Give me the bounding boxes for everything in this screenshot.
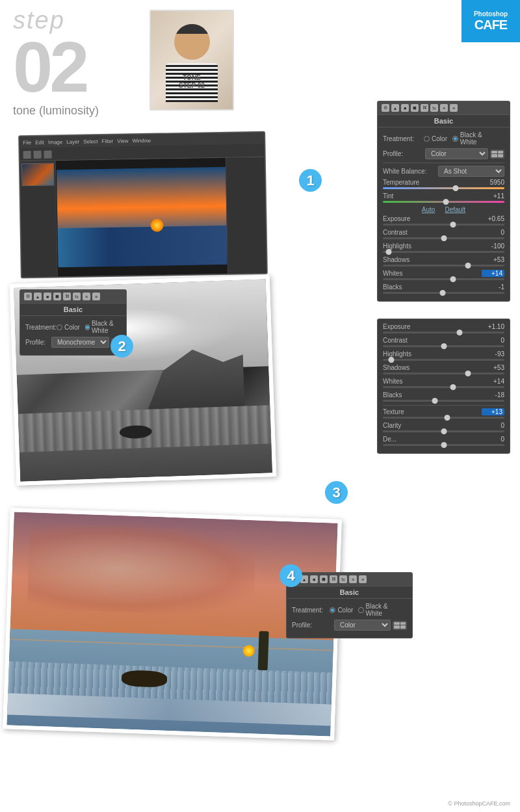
blacks-value: -1: [482, 283, 504, 291]
p3-texture-value: +13: [482, 408, 504, 415]
p3-exposure-track[interactable]: [383, 332, 504, 334]
toolbar-icon-6: fx: [430, 104, 438, 112]
treatment-row: Treatment: Color Black & White: [383, 131, 504, 146]
panel-2-toolbar: ⚙ ▲ ■ ◼ ⌘ fx ≡ ≡: [20, 290, 126, 304]
p3-clarity-thumb[interactable]: [441, 428, 447, 434]
p4-grid-icon[interactable]: [393, 621, 407, 630]
contrast-thumb[interactable]: [441, 235, 447, 241]
p3-contrast-label: Contrast: [383, 337, 408, 344]
p4-treatment-label: Treatment:: [292, 607, 330, 614]
sunset-clouds: [27, 523, 257, 616]
p3-dehaze-thumb[interactable]: [441, 442, 447, 448]
p2-bw-radio-dot[interactable]: [85, 324, 90, 330]
p2-color-radio[interactable]: Color: [57, 324, 80, 331]
ps-menu-edit: Edit: [35, 139, 44, 145]
shadows-label: Shadows: [383, 256, 410, 263]
contrast-track[interactable]: [383, 237, 504, 239]
highlights-track[interactable]: [383, 251, 504, 253]
grid-icon[interactable]: [490, 150, 504, 159]
p3-blacks-track[interactable]: [383, 400, 504, 402]
whites-track[interactable]: [383, 278, 504, 280]
p4-bw-radio[interactable]: Black & White: [358, 603, 402, 617]
p3-shadows-row: Shadows +53: [383, 364, 504, 374]
p3-exposure-thumb[interactable]: [456, 330, 462, 335]
auto-link[interactable]: Auto: [422, 206, 436, 213]
blacks-row: Blacks -1: [383, 283, 504, 294]
bw-radio[interactable]: Black & White: [452, 131, 499, 146]
p3-clarity-track[interactable]: [383, 430, 504, 432]
p4-profile-label: Profile:: [292, 622, 334, 629]
p3-highlights-track[interactable]: [383, 359, 504, 361]
ps-menu-file: File: [23, 139, 31, 145]
p2-toolbar-icon-8: ≡: [92, 293, 100, 300]
ps-tool-1: [23, 150, 31, 158]
blacks-thumb[interactable]: [439, 290, 445, 296]
p4-treatment-row: Treatment: Color Black & White: [292, 603, 407, 617]
p3-whites-thumb[interactable]: [450, 384, 456, 390]
p3-exposure-value: +1.10: [482, 323, 504, 330]
exposure-thumb[interactable]: [450, 222, 456, 228]
panel-4-lightroom: ⚙ ▲ ■ ◼ ⌘ fx ≡ ≡ Basic Treatment: Color …: [286, 572, 413, 638]
temperature-track[interactable]: [383, 187, 504, 189]
wb-select[interactable]: As Shot: [438, 166, 504, 177]
p2-profile-select[interactable]: Monochrome: [51, 337, 109, 348]
p4-color-radio[interactable]: Color: [330, 607, 353, 614]
exposure-track[interactable]: [383, 224, 504, 226]
p2-profile-row: Profile: Monochrome: [25, 337, 121, 348]
highlights-thumb[interactable]: [386, 249, 392, 255]
p3-blacks-thumb[interactable]: [432, 398, 438, 404]
bw-radio-dot[interactable]: [452, 136, 458, 142]
p3-shadows-thumb[interactable]: [465, 371, 471, 376]
toolbar-icon-2: ▲: [391, 104, 399, 112]
badge-4: 4: [280, 564, 302, 587]
shadows-track[interactable]: [383, 265, 504, 267]
p2-color-radio-dot[interactable]: [57, 324, 62, 330]
p3-shadows-label: Shadows: [383, 364, 410, 371]
p3-texture-track[interactable]: [383, 417, 504, 419]
color-radio[interactable]: Color: [424, 135, 447, 142]
exposure-row: Exposure +0.65: [383, 215, 504, 226]
p3-whites-track[interactable]: [383, 386, 504, 388]
p3-exposure-row: Exposure +1.10: [383, 323, 504, 334]
ps-main-image: [57, 167, 228, 268]
p4-color-option: Color: [337, 607, 353, 614]
blacks-track[interactable]: [383, 292, 504, 294]
contrast-value: 0: [482, 229, 504, 236]
p2-toolbar-icon-7: ≡: [83, 293, 90, 300]
whites-thumb[interactable]: [450, 276, 456, 282]
highlights-row: Highlights -100: [383, 242, 504, 253]
color-radio-dot[interactable]: [424, 136, 430, 142]
badge-1: 1: [299, 169, 322, 192]
temperature-row: Temperature 5950: [383, 179, 504, 189]
shadows-thumb[interactable]: [465, 263, 471, 268]
p3-contrast-track[interactable]: [383, 345, 504, 347]
default-link[interactable]: Default: [445, 206, 465, 213]
tint-label: Tint: [383, 192, 393, 200]
p3-dehaze-track[interactable]: [383, 444, 504, 446]
tint-thumb[interactable]: [443, 199, 449, 205]
p4-bw-radio-dot[interactable]: [358, 607, 363, 613]
logo-cafe-text: CAFE: [474, 18, 507, 33]
logo-photoshop-text: Photoshop: [474, 10, 508, 18]
p4-profile-row: Profile: Color: [292, 620, 407, 631]
toolbar-icon-4: ◼: [411, 104, 419, 112]
portrait-cap: [174, 24, 210, 34]
p3-contrast-thumb[interactable]: [441, 343, 447, 349]
panel-1-content: Treatment: Color Black & White Profile: …: [378, 127, 510, 301]
profile-select[interactable]: Color: [425, 148, 488, 159]
p3-clarity-value: 0: [482, 422, 504, 429]
tint-track[interactable]: [383, 201, 504, 203]
p3-shadows-track[interactable]: [383, 373, 504, 374]
panel-1-title: Basic: [378, 115, 510, 127]
footer-text: © PhotoshopCAFE.com: [448, 800, 510, 807]
ps-canvas: [56, 158, 228, 277]
p4-color-radio-dot[interactable]: [330, 607, 335, 613]
p2-bw-radio[interactable]: Black & White: [85, 320, 116, 334]
p3-texture-thumb[interactable]: [445, 415, 450, 421]
logo-area: Photoshop CAFE: [462, 0, 520, 42]
wb-row: White Balance: As Shot: [383, 166, 504, 177]
temperature-thumb[interactable]: [453, 185, 459, 191]
p4-profile-select[interactable]: Color: [334, 620, 391, 631]
p2-toolbar-icon-2: ▲: [34, 293, 42, 300]
p3-highlights-thumb[interactable]: [389, 357, 395, 363]
